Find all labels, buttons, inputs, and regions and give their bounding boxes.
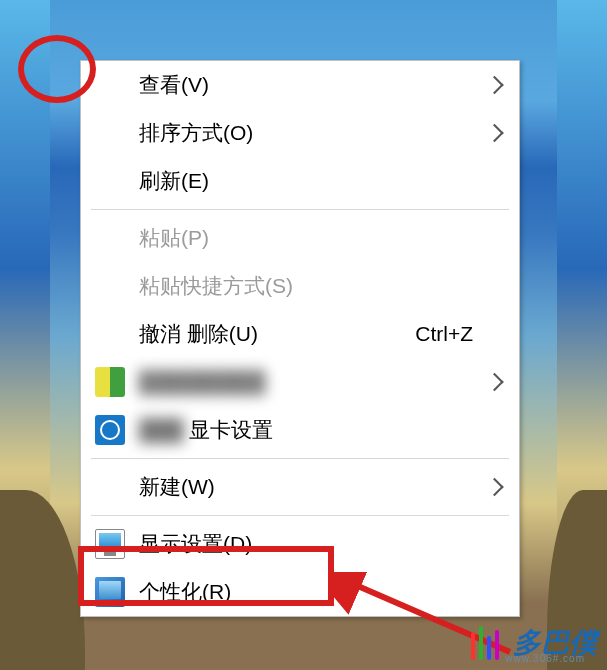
menu-blurred-label: ████████ — [139, 370, 266, 394]
menu-undo-shortcut: Ctrl+Z — [415, 322, 501, 346]
watermark-logo-icon — [467, 626, 509, 660]
menu-display-settings[interactable]: 显示设置(D) — [81, 520, 519, 568]
menu-refresh[interactable]: 刷新(E) — [81, 157, 519, 205]
chevron-right-icon — [485, 76, 503, 94]
chevron-right-icon — [485, 373, 503, 391]
desktop-rock-left — [0, 490, 85, 670]
menu-personalize[interactable]: 个性化(R) — [81, 568, 519, 616]
menu-paste: 粘贴(P) — [81, 214, 519, 262]
chevron-right-icon — [485, 478, 503, 496]
menu-undo-delete[interactable]: 撤消 删除(U) Ctrl+Z — [81, 310, 519, 358]
menu-paste-shortcut: 粘贴快捷方式(S) — [81, 262, 519, 310]
menu-separator — [91, 209, 509, 210]
menu-refresh-label: 刷新(E) — [139, 167, 209, 195]
menu-paste-shortcut-label: 粘贴快捷方式(S) — [139, 272, 293, 300]
menu-view-label: 查看(V) — [139, 71, 209, 99]
menu-new[interactable]: 新建(W) — [81, 463, 519, 511]
menu-sort[interactable]: 排序方式(O) — [81, 109, 519, 157]
menu-personalize-label: 个性化(R) — [139, 578, 231, 606]
menu-graphics-settings[interactable]: ███ 显卡设置 — [81, 406, 519, 454]
monitor-icon — [95, 529, 125, 559]
menu-paste-label: 粘贴(P) — [139, 224, 209, 252]
menu-separator — [91, 458, 509, 459]
chevron-right-icon — [485, 124, 503, 142]
desktop-context-menu: 查看(V) 排序方式(O) 刷新(E) 粘贴(P) 粘贴快捷方式(S) 撤消 删… — [80, 60, 520, 617]
app-icon — [95, 367, 125, 397]
menu-blurred-label: ███ — [139, 418, 189, 442]
annotation-circle — [18, 35, 96, 103]
menu-new-label: 新建(W) — [139, 473, 215, 501]
menu-view[interactable]: 查看(V) — [81, 61, 519, 109]
menu-sort-label: 排序方式(O) — [139, 119, 253, 147]
watermark-url: www.306#.com — [505, 653, 585, 664]
menu-gfx-suffix: 显卡设置 — [189, 416, 273, 444]
menu-third-party-app[interactable]: ████████ — [81, 358, 519, 406]
watermark: 多巴僕 www.306#.com — [467, 624, 597, 662]
menu-undo-label: 撤消 删除(U) — [139, 320, 258, 348]
personalize-icon — [95, 577, 125, 607]
menu-display-label: 显示设置(D) — [139, 530, 252, 558]
menu-separator — [91, 515, 509, 516]
intel-icon — [95, 415, 125, 445]
